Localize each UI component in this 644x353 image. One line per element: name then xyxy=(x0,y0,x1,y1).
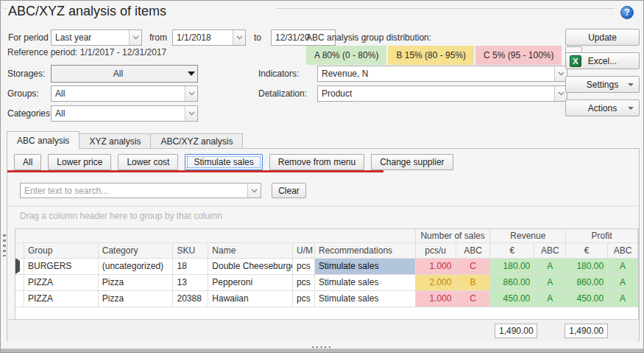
cell-revenue[interactable]: 450.00 xyxy=(490,291,534,307)
chevron-down-icon[interactable] xyxy=(247,184,261,198)
vertical-splitter-handle[interactable] xyxy=(3,234,6,256)
table-row[interactable]: PIZZA Pizza 13 Pepperoni pcs Stimulate s… xyxy=(15,275,638,291)
cell-sales-abc[interactable]: C xyxy=(456,259,491,275)
chevron-down-icon[interactable] xyxy=(185,106,197,121)
cell-revenue[interactable]: 180.00 xyxy=(490,259,534,275)
table-header-row: Group Category SKU Name U/M Recommendati… xyxy=(15,243,638,259)
cell-profit-abc[interactable]: A xyxy=(608,291,638,307)
window-bottom-edge xyxy=(1,349,643,352)
period-value: Last year xyxy=(52,32,129,43)
cell-profit-abc[interactable]: A xyxy=(608,275,638,291)
table-row[interactable]: BURGERS (uncategorized) 18 Double Cheese… xyxy=(15,259,638,275)
cell-category[interactable]: Pizza xyxy=(99,291,174,307)
band-number-of-sales[interactable]: Number of sales xyxy=(416,229,491,243)
cell-profit[interactable]: 860.00 xyxy=(566,275,608,291)
cell-recommendation[interactable]: Stimulate sales xyxy=(315,291,416,307)
indicators-value: Revenue, N xyxy=(318,69,554,79)
cell-sku[interactable]: 13 xyxy=(173,275,208,291)
header-recommendations[interactable]: Recommendations xyxy=(315,243,416,259)
header-group[interactable]: Group xyxy=(24,243,99,259)
cell-name[interactable]: Pepperoni xyxy=(208,275,293,291)
cell-sku[interactable]: 20388 xyxy=(173,291,208,307)
indicators-select[interactable]: Revenue, N xyxy=(317,66,567,82)
analysis-tabs: ABC analysis XYZ analysis ABC/XYZ analys… xyxy=(7,131,243,149)
cell-recommendation-selected[interactable]: Stimulate sales xyxy=(315,259,416,275)
cell-name[interactable]: Hawaiian xyxy=(208,291,293,307)
cell-revenue[interactable]: 860.00 xyxy=(490,275,534,291)
detalization-select[interactable]: Product xyxy=(317,85,567,102)
cell-revenue-abc[interactable]: A xyxy=(534,259,566,275)
settings-button[interactable]: Settings xyxy=(565,76,640,93)
band-blank xyxy=(15,229,416,243)
storages-select[interactable]: All xyxy=(51,65,198,83)
period-select[interactable]: Last year xyxy=(51,29,142,46)
actions-button[interactable]: Actions xyxy=(565,99,640,116)
search-input[interactable] xyxy=(21,184,247,198)
chevron-down-icon[interactable] xyxy=(233,30,245,45)
header-sales-abc[interactable]: ABC xyxy=(456,243,491,259)
header-revenue-eur[interactable]: € xyxy=(490,243,534,259)
filter-change-supplier-button[interactable]: Change supplier xyxy=(371,154,453,170)
dropdown-arrow-icon[interactable] xyxy=(185,66,197,82)
cell-category[interactable]: (uncategorized) xyxy=(99,259,174,275)
filter-all-button[interactable]: All xyxy=(14,154,41,170)
header-pcs-u[interactable]: pcs/u xyxy=(416,243,456,259)
cell-um[interactable]: pcs xyxy=(293,275,315,291)
cell-sales-abc[interactable]: C xyxy=(456,291,491,307)
header-indicator xyxy=(15,243,24,259)
filter-lower-cost-button[interactable]: Lower cost xyxy=(118,154,178,170)
cell-sales[interactable]: 2.000 xyxy=(416,275,456,291)
cell-recommendation[interactable]: Stimulate sales xyxy=(315,275,416,291)
detalization-label: Detalization: xyxy=(258,88,307,99)
help-icon[interactable]: ? xyxy=(620,6,634,19)
header-revenue-abc[interactable]: ABC xyxy=(534,243,566,259)
from-date-value: 1/1/2018 xyxy=(173,32,233,43)
row-selector[interactable] xyxy=(15,259,24,275)
header-um[interactable]: U/M xyxy=(293,243,315,259)
cell-sku[interactable]: 18 xyxy=(173,259,208,275)
band-profit[interactable]: Profit xyxy=(566,229,638,243)
cell-um[interactable]: pcs xyxy=(293,259,315,275)
cell-um[interactable]: pcs xyxy=(293,291,315,307)
row-selector[interactable] xyxy=(15,291,24,307)
cell-sales[interactable]: 1.000 xyxy=(416,291,456,307)
groups-select[interactable]: All xyxy=(51,85,198,102)
clear-button[interactable]: Clear xyxy=(272,183,306,198)
tab-abc-analysis[interactable]: ABC analysis xyxy=(7,131,79,149)
tab-abc-xyz-analysis[interactable]: ABC/XYZ analysis xyxy=(151,133,243,149)
update-button[interactable]: Update xyxy=(565,29,640,46)
chevron-down-icon[interactable] xyxy=(185,86,197,101)
cell-group[interactable]: PIZZA xyxy=(24,275,99,291)
header-category[interactable]: Category xyxy=(99,243,174,259)
abc-distribution-badges: A 80% (0 - 80%) B 15% (80 - 95%) C 5% (9… xyxy=(306,46,582,65)
filter-stimulate-sales-button[interactable]: Stimulate sales xyxy=(185,154,262,170)
table-row[interactable]: PIZZA Pizza 20388 Hawaiian pcs Stimulate… xyxy=(15,291,638,307)
cell-revenue-abc[interactable]: A xyxy=(534,291,566,307)
from-date-select[interactable]: 1/1/2018 xyxy=(172,29,246,46)
header-profit-eur[interactable]: € xyxy=(566,243,608,259)
header-name[interactable]: Name xyxy=(208,243,293,259)
row-selector[interactable] xyxy=(15,275,24,291)
header-sku[interactable]: SKU xyxy=(173,243,208,259)
cell-group[interactable]: PIZZA xyxy=(24,291,99,307)
filter-lower-price-button[interactable]: Lower price xyxy=(48,154,111,170)
cell-group[interactable]: BURGERS xyxy=(24,259,99,275)
cell-sales-abc[interactable]: B xyxy=(456,275,491,291)
categories-select[interactable]: All xyxy=(51,105,198,122)
cell-sales[interactable]: 1.000 xyxy=(416,259,456,275)
cell-profit-abc[interactable]: A xyxy=(608,259,638,275)
chevron-down-icon[interactable] xyxy=(129,30,141,45)
header-profit-abc[interactable]: ABC xyxy=(608,243,638,259)
filter-remove-from-menu-button[interactable]: Remove from menu xyxy=(269,154,364,170)
tab-xyz-analysis[interactable]: XYZ analysis xyxy=(79,133,151,149)
band-revenue[interactable]: Revenue xyxy=(490,229,566,243)
cell-profit[interactable]: 450.00 xyxy=(566,291,608,307)
dropdown-arrow-icon xyxy=(628,83,634,86)
cell-profit[interactable]: 180.00 xyxy=(566,259,608,275)
horizontal-splitter-handle[interactable]: ..... xyxy=(311,343,332,347)
cell-revenue-abc[interactable]: A xyxy=(534,275,566,291)
cell-category[interactable]: Pizza xyxy=(99,275,174,291)
excel-button[interactable]: X Excel... xyxy=(565,52,640,69)
recommendation-filter-buttons: All Lower price Lower cost Stimulate sal… xyxy=(14,154,453,170)
cell-name[interactable]: Double Cheeseburger xyxy=(208,259,293,275)
